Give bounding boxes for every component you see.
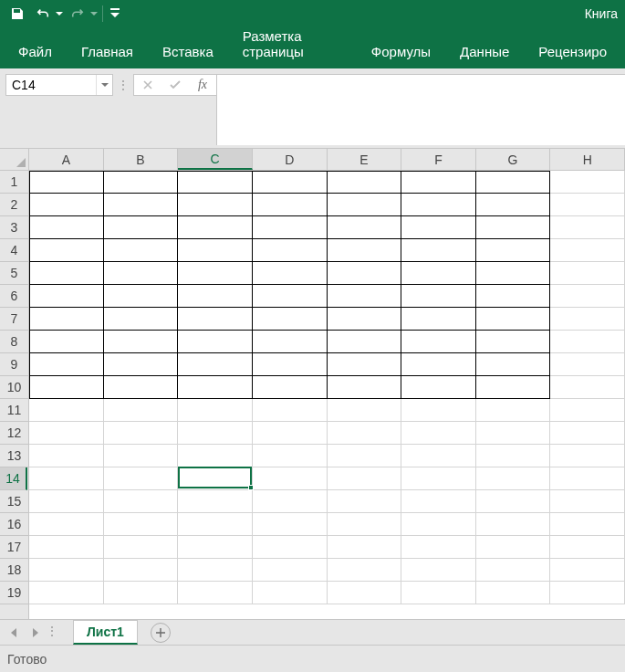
tab-page-layout[interactable]: Разметка страницы <box>228 19 357 68</box>
cell[interactable] <box>29 194 104 216</box>
cell[interactable] <box>253 331 328 353</box>
cell[interactable] <box>104 216 179 239</box>
cell[interactable] <box>29 445 104 467</box>
cell[interactable] <box>104 445 179 467</box>
cell[interactable] <box>29 582 104 604</box>
customize-qat-button[interactable] <box>107 2 123 26</box>
cell[interactable] <box>550 559 625 582</box>
cell[interactable] <box>29 353 104 376</box>
insert-function-button[interactable]: fx <box>189 78 216 92</box>
cell[interactable] <box>29 285 104 308</box>
formula-input[interactable] <box>217 75 625 145</box>
cell[interactable] <box>178 582 253 604</box>
cell[interactable] <box>476 216 551 239</box>
column-header[interactable]: D <box>253 149 328 170</box>
tab-insert[interactable]: Вставка <box>148 35 228 68</box>
cell[interactable] <box>401 467 476 490</box>
row-header[interactable]: 4 <box>0 239 28 262</box>
row-header[interactable]: 18 <box>0 559 28 582</box>
row-header[interactable]: 7 <box>0 308 28 331</box>
row-header[interactable]: 9 <box>0 353 28 376</box>
sheet-next-button[interactable] <box>26 624 44 642</box>
cell[interactable] <box>550 308 625 331</box>
cell[interactable] <box>550 490 625 513</box>
cell[interactable] <box>104 559 179 582</box>
cell[interactable] <box>328 171 402 194</box>
cell[interactable] <box>29 262 104 285</box>
cell[interactable] <box>328 490 402 513</box>
sheet-prev-button[interactable] <box>5 624 24 642</box>
cell[interactable] <box>104 194 179 216</box>
cell[interactable] <box>104 171 179 194</box>
row-header[interactable]: 17 <box>0 536 28 559</box>
cell[interactable] <box>104 239 179 262</box>
cell[interactable] <box>550 445 625 467</box>
tab-formulas[interactable]: Формулы <box>357 35 445 68</box>
cell[interactable] <box>29 399 104 422</box>
cell[interactable] <box>253 171 328 194</box>
cell[interactable] <box>476 422 551 445</box>
cell[interactable] <box>104 376 179 399</box>
cell[interactable] <box>550 216 625 239</box>
cell[interactable] <box>104 536 179 559</box>
cell[interactable] <box>401 216 476 239</box>
cell[interactable] <box>178 376 253 399</box>
cell[interactable] <box>550 422 625 445</box>
cell[interactable] <box>178 353 253 376</box>
cell[interactable] <box>328 399 402 422</box>
cell[interactable] <box>253 239 328 262</box>
cell[interactable] <box>401 239 476 262</box>
redo-dropdown[interactable] <box>89 10 99 17</box>
row-header[interactable]: 13 <box>0 445 28 467</box>
cell[interactable] <box>104 285 179 308</box>
cell[interactable] <box>178 194 253 216</box>
cell[interactable] <box>328 376 402 399</box>
cell[interactable] <box>328 308 402 331</box>
cell[interactable] <box>550 513 625 536</box>
cell[interactable] <box>104 262 179 285</box>
cell[interactable] <box>253 399 328 422</box>
row-header[interactable]: 2 <box>0 194 28 216</box>
row-header[interactable]: 14 <box>0 467 27 490</box>
cell[interactable] <box>476 353 551 376</box>
cell[interactable] <box>328 422 402 445</box>
cell[interactable] <box>328 331 402 353</box>
cell[interactable] <box>178 331 253 353</box>
cell[interactable] <box>476 559 551 582</box>
cell[interactable] <box>476 536 551 559</box>
formula-bar-resize[interactable]: ⋮ <box>117 74 130 96</box>
tab-home[interactable]: Главная <box>67 35 148 68</box>
cell[interactable] <box>178 559 253 582</box>
cell[interactable] <box>328 239 402 262</box>
cell[interactable] <box>29 490 104 513</box>
cell[interactable] <box>328 513 402 536</box>
cell[interactable] <box>29 331 104 353</box>
cell[interactable] <box>29 422 104 445</box>
cell[interactable] <box>401 376 476 399</box>
cell[interactable] <box>328 559 402 582</box>
row-header[interactable]: 8 <box>0 331 28 353</box>
cell[interactable] <box>253 285 328 308</box>
cell[interactable] <box>476 194 551 216</box>
cell[interactable] <box>29 376 104 399</box>
cell[interactable] <box>178 445 253 467</box>
cell[interactable] <box>29 239 104 262</box>
cell[interactable] <box>476 262 551 285</box>
row-header[interactable]: 15 <box>0 490 28 513</box>
cell[interactable] <box>104 308 179 331</box>
cell[interactable] <box>401 171 476 194</box>
row-header[interactable]: 16 <box>0 513 28 536</box>
column-header[interactable]: A <box>29 149 104 170</box>
cell[interactable] <box>178 285 253 308</box>
column-header[interactable]: C <box>178 149 253 170</box>
cell[interactable] <box>253 194 328 216</box>
cell[interactable] <box>104 582 179 604</box>
column-header[interactable]: G <box>476 149 551 170</box>
enter-formula-button[interactable] <box>161 75 189 95</box>
sheet-tab-active[interactable]: Лист1 <box>73 620 138 645</box>
cell[interactable] <box>253 216 328 239</box>
cell[interactable] <box>178 513 253 536</box>
cell[interactable] <box>104 513 179 536</box>
cell[interactable] <box>104 467 179 490</box>
cell[interactable] <box>401 422 476 445</box>
